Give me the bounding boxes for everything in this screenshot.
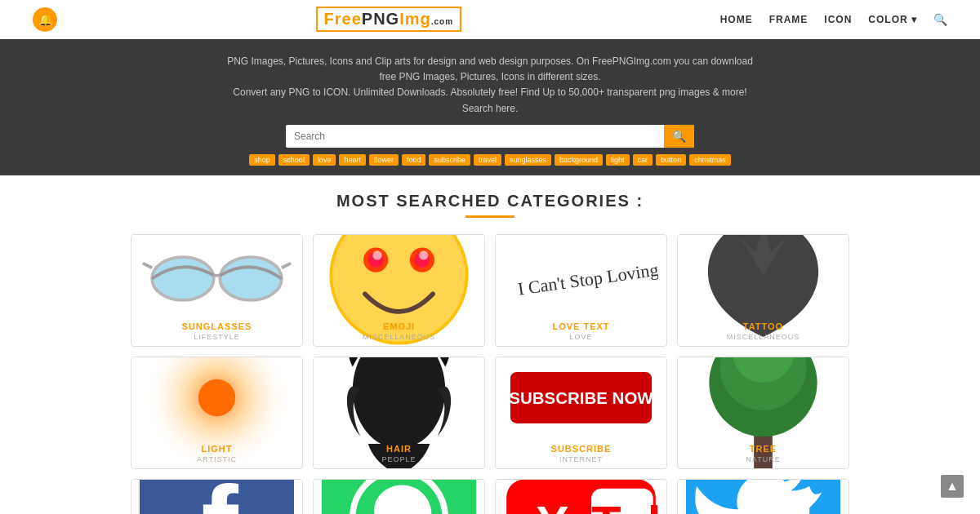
search-input[interactable] bbox=[286, 126, 664, 147]
logo[interactable]: FreePNGImg.com bbox=[316, 7, 462, 32]
svg-point-0 bbox=[152, 257, 214, 300]
scroll-to-top-button[interactable]: ▲ bbox=[941, 475, 964, 498]
svg-text:Tube: Tube bbox=[591, 495, 658, 514]
card-label-lovetext: LOVE TEXT bbox=[496, 317, 666, 333]
card-sublabel-lovetext: LOVE bbox=[496, 333, 666, 346]
nav-frame[interactable]: FRAME bbox=[769, 14, 808, 25]
nav-icon[interactable]: ICON bbox=[824, 14, 852, 25]
svg-point-1 bbox=[220, 257, 282, 300]
category-card-subscribe[interactable]: SUBSCRIBE NOW SUBSCRIBEINTERNET bbox=[495, 357, 667, 469]
card-image-sunglasses bbox=[131, 235, 302, 317]
header: 🔔 FreePNGImg.com HOME FRAME ICON COLOR ▾… bbox=[0, 0, 980, 39]
category-grid-row2: LIGHTARTISTIC HAIRPEOPLE SUBSCRIBE NOW S… bbox=[131, 357, 849, 469]
card-image-emoji bbox=[314, 235, 484, 317]
svg-point-16 bbox=[353, 357, 445, 449]
svg-point-12 bbox=[419, 251, 428, 260]
svg-line-4 bbox=[282, 264, 291, 268]
tag-list: shopschoolloveheartflowerfoodsubscribetr… bbox=[33, 154, 947, 166]
tag-item[interactable]: flower bbox=[369, 154, 399, 166]
logo-text: FreePNGImg.com bbox=[316, 7, 462, 32]
card-image-whatsapp bbox=[314, 480, 484, 514]
search-button[interactable]: 🔍 bbox=[664, 125, 694, 148]
most-searched-title: MOST SEARCHED CATEGORIES : bbox=[131, 192, 849, 218]
banner-text: PNG Images, Pictures, Icons and Clip art… bbox=[33, 54, 947, 117]
tag-item[interactable]: background bbox=[555, 154, 603, 166]
tag-item[interactable]: button bbox=[656, 154, 686, 166]
tag-item[interactable]: sunglasses bbox=[505, 154, 551, 166]
card-image-lovetext: I Can't Stop Loving You bbox=[496, 235, 666, 317]
banner: PNG Images, Pictures, Icons and Clip art… bbox=[0, 39, 980, 175]
tag-item[interactable]: love bbox=[313, 154, 336, 166]
svg-line-3 bbox=[143, 264, 152, 268]
search-bar: 🔍 bbox=[286, 125, 694, 148]
svg-text:SUBSCRIBE NOW: SUBSCRIBE NOW bbox=[509, 389, 653, 408]
tag-item[interactable]: food bbox=[402, 154, 426, 166]
title-underline bbox=[466, 215, 514, 218]
navigation: HOME FRAME ICON COLOR ▾ 🔍 bbox=[720, 13, 947, 26]
svg-point-11 bbox=[372, 251, 381, 260]
category-card-twitter[interactable]: TWITTER bbox=[677, 479, 849, 514]
tag-item[interactable]: car bbox=[633, 154, 653, 166]
svg-text:I Can't Stop Loving You: I Can't Stop Loving You bbox=[516, 255, 658, 299]
card-image-tree bbox=[678, 357, 849, 439]
card-image-tattoo bbox=[678, 235, 849, 317]
nav-color[interactable]: COLOR ▾ bbox=[868, 14, 917, 25]
tag-item[interactable]: subscribe bbox=[429, 154, 470, 166]
category-card-whatsapp[interactable]: WHATSAPP bbox=[313, 479, 485, 514]
card-image-hair bbox=[314, 357, 484, 439]
svg-text:f: f bbox=[202, 479, 239, 514]
search-icon[interactable]: 🔍 bbox=[933, 13, 947, 26]
nav-home[interactable]: HOME bbox=[720, 14, 753, 25]
category-card-emoji[interactable]: EMOJIMISCELLANEOUS bbox=[313, 234, 485, 347]
card-image-facebook: f bbox=[131, 480, 302, 514]
main-content: MOST SEARCHED CATEGORIES : SUNGLASSESLIF… bbox=[98, 175, 882, 514]
category-card-hair[interactable]: HAIRPEOPLE bbox=[313, 357, 485, 469]
card-sublabel-sunglasses: LIFESTYLE bbox=[131, 333, 302, 346]
tag-item[interactable]: heart bbox=[339, 154, 366, 166]
card-image-twitter bbox=[678, 480, 849, 514]
category-card-facebook[interactable]: f FACEBOOK bbox=[131, 479, 303, 514]
card-label-subscribe: SUBSCRIBE bbox=[496, 439, 666, 455]
tag-item[interactable]: shop bbox=[249, 154, 275, 166]
tag-item[interactable]: christmas bbox=[689, 154, 731, 166]
category-grid-row1: SUNGLASSESLIFESTYLE EMOJIMISCELLANEOUS I… bbox=[131, 234, 849, 347]
category-card-tattoo[interactable]: TATTOOMISCELLANEOUS bbox=[677, 234, 849, 347]
category-grid-row3: f FACEBOOK WHATSAPP You Tube YOUTUBE TWI… bbox=[131, 479, 849, 514]
card-image-light bbox=[131, 357, 302, 439]
tag-item[interactable]: light bbox=[606, 154, 630, 166]
category-card-lovetext[interactable]: I Can't Stop Loving You LOVE TEXTLOVE bbox=[495, 234, 667, 347]
tag-item[interactable]: travel bbox=[474, 154, 501, 166]
category-card-light[interactable]: LIGHTARTISTIC bbox=[131, 357, 303, 469]
category-card-youtube[interactable]: You Tube YOUTUBE bbox=[495, 479, 667, 514]
category-card-tree[interactable]: TREENATURE bbox=[677, 357, 849, 469]
svg-point-15 bbox=[198, 379, 235, 416]
category-card-sunglasses[interactable]: SUNGLASSESLIFESTYLE bbox=[131, 234, 303, 347]
notification-bell-icon[interactable]: 🔔 bbox=[33, 7, 57, 32]
tag-item[interactable]: school bbox=[278, 154, 310, 166]
card-image-subscribe: SUBSCRIBE NOW bbox=[496, 357, 666, 439]
card-image-youtube: You Tube bbox=[496, 480, 666, 514]
card-sublabel-subscribe: INTERNET bbox=[496, 455, 666, 468]
